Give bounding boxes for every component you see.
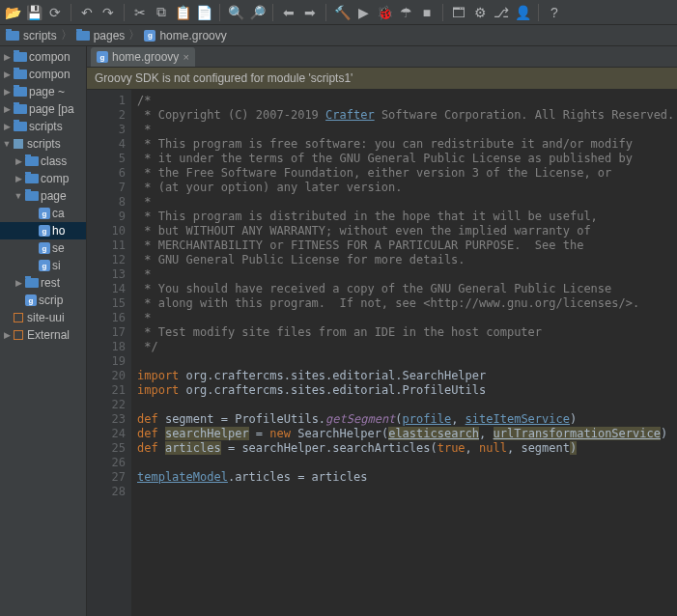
folder-icon: [14, 52, 27, 62]
tree-row[interactable]: page: [0, 187, 86, 205]
code-line[interactable]: * This program is distributed in the hop…: [137, 210, 677, 224]
code-line[interactable]: import org.craftercms.sites.editorial.Pr…: [137, 383, 677, 398]
tree-row[interactable]: compon: [0, 48, 86, 66]
tree-row[interactable]: g ho: [0, 222, 86, 239]
expand-arrow-icon[interactable]: [2, 70, 12, 79]
close-icon[interactable]: ×: [183, 51, 188, 63]
zoom-in-icon[interactable]: 🔍: [227, 4, 244, 21]
zoom-out-icon[interactable]: 🔎: [248, 4, 266, 21]
code-line[interactable]: * it under the terms of the GNU General …: [137, 152, 677, 166]
code-line[interactable]: [137, 456, 677, 470]
code-line[interactable]: def segment = ProfileUtils.getSegment(pr…: [137, 412, 677, 427]
code-line[interactable]: *: [137, 195, 677, 210]
code-line[interactable]: * Test modify site files from an IDE in …: [137, 325, 677, 340]
code-line[interactable]: * Copyright (C) 2007-2019 Crafter Softwa…: [137, 108, 677, 123]
code-line[interactable]: *: [137, 267, 677, 282]
stop-icon[interactable]: ■: [418, 4, 436, 21]
breadcrumb-label: scripts: [23, 29, 57, 42]
code-line[interactable]: * MERCHANTABILITY or FITNESS FOR A PARTI…: [137, 238, 677, 253]
expand-arrow-icon[interactable]: [2, 122, 12, 131]
tree-row[interactable]: page ~: [0, 83, 86, 100]
line-gutter: 1234567891011121314151617181920212223242…: [87, 90, 131, 616]
code-line[interactable]: /*: [137, 94, 677, 108]
code-line[interactable]: * the Free Software Foundation, either v…: [137, 166, 677, 181]
project-tree[interactable]: compon compon page ~ page [pa scripts sc…: [0, 46, 87, 616]
code-line[interactable]: *: [137, 123, 677, 137]
code-line[interactable]: [137, 485, 677, 499]
tree-row[interactable]: scripts: [0, 118, 86, 135]
code-line[interactable]: * You should have received a copy of the…: [137, 282, 677, 296]
tree-row[interactable]: g scrip: [0, 292, 86, 309]
expand-arrow-icon[interactable]: [2, 104, 12, 114]
breadcrumb-item[interactable]: ghome.groovy: [144, 29, 226, 42]
breadcrumb-item[interactable]: scripts: [6, 29, 57, 42]
expand-arrow-icon[interactable]: [2, 139, 12, 149]
code-line[interactable]: def articles = searchHelper.searchArticl…: [137, 441, 677, 456]
profile-icon[interactable]: 👤: [514, 4, 531, 21]
tree-row[interactable]: comp: [0, 170, 86, 187]
expand-arrow-icon[interactable]: [14, 156, 23, 166]
code-line[interactable]: * GNU General Public License for more de…: [137, 253, 677, 267]
tree-row[interactable]: g se: [0, 239, 86, 257]
folder-icon: [14, 87, 27, 97]
undo-icon[interactable]: ↶: [78, 4, 96, 21]
refresh-icon[interactable]: ⟳: [46, 4, 64, 21]
build-icon[interactable]: 🔨: [333, 4, 351, 21]
clipboard-icon[interactable]: 📄: [195, 4, 212, 21]
expand-arrow-icon[interactable]: [14, 174, 23, 183]
tree-row[interactable]: scripts: [0, 135, 86, 153]
line-number: 22: [87, 398, 126, 412]
file-tab[interactable]: g home.groovy ×: [91, 47, 195, 67]
code-line[interactable]: import org.craftercms.sites.editorial.Se…: [137, 369, 677, 383]
code-editor[interactable]: 1234567891011121314151617181920212223242…: [87, 90, 677, 616]
git-icon[interactable]: ⎇: [493, 4, 510, 21]
tree-row[interactable]: site-uui: [0, 309, 86, 326]
code-line[interactable]: *: [137, 311, 677, 325]
expand-arrow-icon[interactable]: [2, 330, 12, 340]
tree-row[interactable]: page [pa: [0, 100, 86, 118]
tools-icon[interactable]: ⚙: [471, 4, 489, 21]
cut-icon[interactable]: ✂: [131, 4, 149, 21]
tree-label: page ~: [29, 85, 65, 98]
toolbar-separator: [272, 4, 273, 21]
tree-label: External: [27, 328, 70, 342]
forward-icon[interactable]: ➡: [301, 4, 319, 21]
paste-icon[interactable]: 📋: [174, 4, 191, 21]
help-icon[interactable]: ?: [546, 4, 563, 21]
expand-arrow-icon[interactable]: [14, 278, 23, 288]
tree-label: si: [52, 259, 61, 272]
tree-row[interactable]: g ca: [0, 205, 86, 222]
code-line[interactable]: * along with this program. If not, see <…: [137, 296, 677, 311]
code-line[interactable]: * This program is free software: you can…: [137, 137, 677, 152]
redo-icon[interactable]: ↷: [99, 4, 117, 21]
run-icon[interactable]: ▶: [354, 4, 372, 21]
tree-row[interactable]: compon: [0, 66, 86, 83]
copy-icon[interactable]: ⧉: [153, 4, 170, 21]
expand-arrow-icon[interactable]: [2, 52, 12, 62]
open-icon[interactable]: 📂: [4, 4, 21, 21]
layout-icon[interactable]: 🗔: [450, 4, 467, 21]
code-line[interactable]: * but WITHOUT ANY WARRANTY; without even…: [137, 224, 677, 238]
code-line[interactable]: */: [137, 340, 677, 354]
save-icon[interactable]: 💾: [25, 4, 42, 21]
line-number: 12: [87, 253, 126, 267]
code-line[interactable]: [137, 398, 677, 412]
code-line[interactable]: * (at your option) any later version.: [137, 181, 677, 195]
sdk-warning-bar[interactable]: Groovy SDK is not configured for module …: [87, 68, 677, 90]
code-line[interactable]: [137, 354, 677, 369]
tree-row[interactable]: External: [0, 326, 86, 344]
toolbar-separator: [442, 4, 443, 21]
debug-icon[interactable]: 🐞: [376, 4, 393, 21]
code-line[interactable]: def searchHelper = new SearchHelper(elas…: [137, 427, 677, 441]
breadcrumb-item[interactable]: pages: [76, 29, 126, 42]
expand-arrow-icon[interactable]: [14, 191, 23, 201]
tree-row[interactable]: rest: [0, 274, 86, 292]
code-content[interactable]: /* * Copyright (C) 2007-2019 Crafter Sof…: [131, 90, 677, 616]
back-icon[interactable]: ⬅: [280, 4, 297, 21]
code-line[interactable]: templateModel.articles = articles: [137, 470, 677, 485]
expand-arrow-icon[interactable]: [2, 87, 12, 97]
tree-row[interactable]: g si: [0, 257, 86, 274]
coverage-icon[interactable]: ☂: [397, 4, 414, 21]
tree-row[interactable]: class: [0, 153, 86, 170]
groovy-icon: g: [97, 51, 108, 63]
